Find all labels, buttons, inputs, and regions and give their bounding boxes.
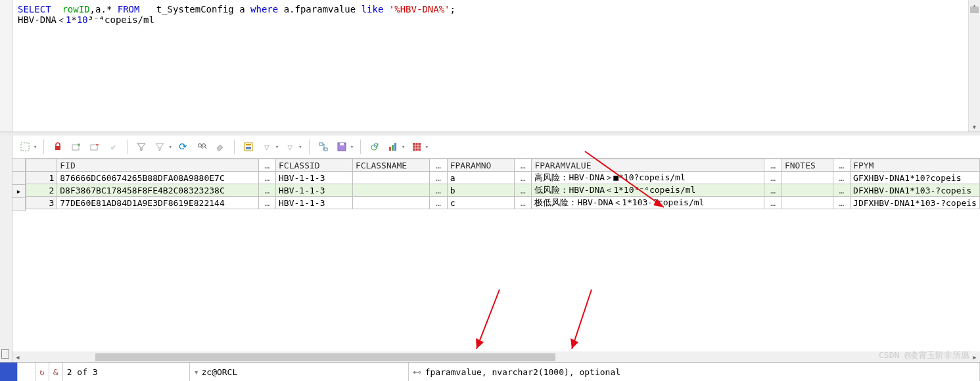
dropdown-icon[interactable]: ▾: [402, 143, 405, 150]
col-fid[interactable]: FID: [57, 159, 258, 172]
filter-button[interactable]: [134, 140, 149, 154]
status-connection: ▾zc@ORCL: [190, 363, 409, 381]
table-row[interactable]: 1 876666DC60674265B88DFA08A9880E7C… HBV-…: [26, 172, 980, 184]
lock-icon: [1, 349, 9, 359]
select-icon[interactable]: [18, 140, 32, 154]
nav2-button[interactable]: ▽: [283, 140, 297, 154]
commit-button[interactable]: ✔: [106, 140, 120, 154]
scroll-left-icon[interactable]: ◂: [12, 352, 23, 362]
delete-row-button[interactable]: [87, 140, 102, 154]
save-button[interactable]: [335, 140, 349, 154]
scroll-down-icon[interactable]: ▾: [969, 121, 980, 132]
scroll-thumb[interactable]: [95, 353, 555, 361]
svg-rect-17: [394, 143, 396, 151]
table-row[interactable]: 3 77DE60E81AD84D1A9E3DF8619E822144… HBV-…: [26, 197, 980, 209]
svg-rect-18: [413, 143, 421, 151]
header-row: FID… FCLASSID FCLASSNAME… FPARAMNO… FPAR…: [26, 159, 980, 172]
refresh-button[interactable]: ⟳: [176, 140, 191, 154]
status-field-info: ⊷fparamvalue, nvarchar2(1000), optional: [409, 363, 980, 381]
left-dock-strip: [0, 136, 12, 363]
export-button[interactable]: [367, 140, 382, 154]
nav-button[interactable]: ▽: [260, 140, 274, 154]
chart-button[interactable]: [386, 140, 400, 154]
col-fparamno[interactable]: FPARAMNO: [447, 159, 514, 172]
scroll-right-icon[interactable]: ▸: [969, 352, 980, 362]
status-row-position: 2 of 3: [63, 363, 190, 381]
svg-rect-10: [324, 148, 327, 151]
col-fclassid[interactable]: FCLASSID: [276, 159, 353, 172]
svg-rect-2: [72, 145, 79, 150]
svg-rect-16: [392, 145, 394, 151]
row-indicator: ▸: [12, 159, 26, 211]
sort-button[interactable]: [152, 140, 167, 154]
svg-rect-0: [21, 143, 29, 151]
status-refresh-icon[interactable]: ↻: [35, 363, 49, 381]
eraser-button[interactable]: [213, 140, 227, 154]
scroll-thumb[interactable]: [970, 7, 979, 13]
col-fnotes[interactable]: FNOTES: [782, 159, 833, 172]
svg-rect-9: [319, 143, 323, 145]
results-grid[interactable]: FID… FCLASSID FCLASSNAME… FPARAMNO… FPAR…: [26, 159, 980, 209]
linked-query-button[interactable]: [316, 140, 331, 154]
dropdown-icon[interactable]: ▾: [425, 143, 429, 150]
find-button[interactable]: [195, 140, 209, 154]
status-indicator: [0, 363, 18, 381]
dropdown-icon[interactable]: ▾: [350, 143, 354, 150]
dropdown-icon[interactable]: ▾: [168, 143, 172, 150]
svg-rect-15: [389, 147, 391, 151]
svg-rect-8: [246, 147, 251, 149]
horizontal-scrollbar[interactable]: ◂ ▸: [12, 351, 980, 363]
svg-point-4: [198, 144, 201, 147]
col-fpym[interactable]: FPYM: [851, 159, 980, 172]
dropdown-icon[interactable]: ▾: [275, 143, 279, 150]
current-row-marker: ▸: [12, 185, 26, 198]
status-pin: [18, 363, 35, 381]
rownum-header[interactable]: [26, 159, 57, 172]
editor-vertical-scrollbar[interactable]: ▴ ▾: [968, 0, 980, 132]
svg-point-5: [202, 144, 205, 147]
svg-rect-12: [340, 143, 344, 145]
editor-gutter: [0, 0, 12, 132]
svg-rect-7: [246, 144, 251, 145]
results-toolbar: ▾ ✔ ▾ ⟳ ▽▾ ▽▾ ▾ ▾ ▾: [12, 136, 980, 159]
add-row-button[interactable]: [69, 140, 83, 154]
status-amp: &: [49, 363, 63, 381]
col-fclassname[interactable]: FCLASSNAME: [352, 159, 429, 172]
svg-rect-1: [55, 146, 60, 150]
status-bar: ↻ & 2 of 3 ▾zc@ORCL ⊷fparamvalue, nvarch…: [0, 362, 980, 381]
col-fparamvalue[interactable]: FPARAMVALUE: [532, 159, 764, 172]
sql-editor[interactable]: SELECT rowID,a.* FROM t_SystemConfig a w…: [12, 0, 968, 132]
svg-rect-3: [91, 145, 97, 150]
grid-view-button[interactable]: [409, 140, 424, 154]
dropdown-icon[interactable]: ▾: [298, 143, 302, 150]
table-row[interactable]: 2 D8F3867BC178458F8FE4B2C08323238C… HBV-…: [26, 184, 980, 197]
single-record-button[interactable]: [241, 140, 256, 154]
lock-button[interactable]: [51, 140, 65, 154]
dropdown-icon[interactable]: ▾: [34, 143, 37, 150]
